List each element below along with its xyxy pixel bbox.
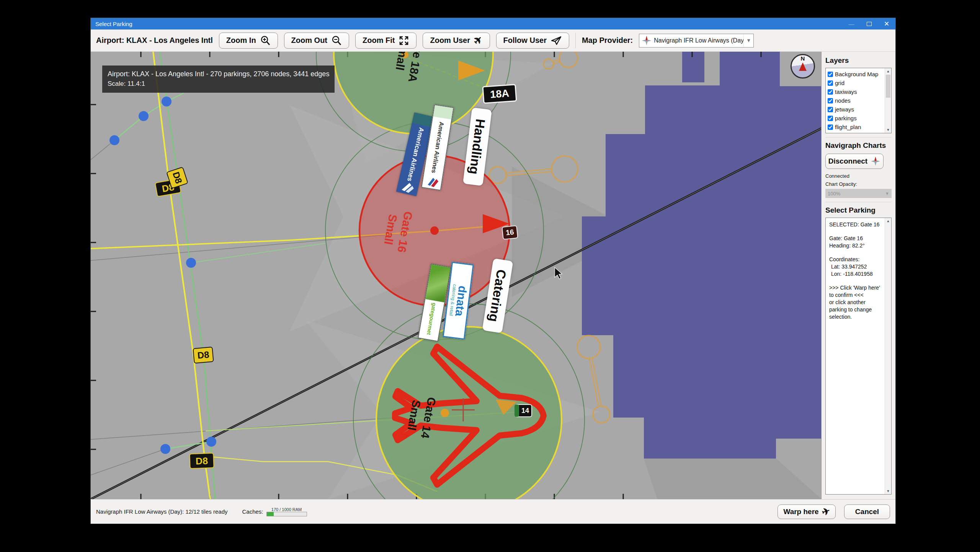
cancel-label: Cancel	[855, 508, 879, 516]
jet-icon: ✈	[820, 506, 831, 517]
warp-here-label: Warp here	[783, 508, 818, 516]
banner-text: gategourmet	[426, 302, 437, 335]
layer-checkbox[interactable]	[828, 124, 833, 130]
disconnect-label: Disconnect	[828, 157, 867, 165]
airport-label: Airport: KLAX - Los Angeles Intl	[96, 36, 213, 45]
main-area: Gate 18ASmall Gate 16Small Gate 14Small …	[91, 52, 895, 499]
paper-plane-icon	[550, 35, 562, 46]
caches-progress-fill	[267, 512, 274, 516]
terminal-building-block	[682, 52, 704, 82]
scroll-up-icon[interactable]: ▲	[885, 68, 891, 74]
zoom-in-button[interactable]: Zoom In	[219, 33, 278, 49]
right-panel: Layers Background Map grid taxiways node…	[822, 52, 895, 499]
scroll-down-icon[interactable]: ▼	[885, 127, 891, 133]
zoom-out-button[interactable]: Zoom Out	[284, 33, 349, 49]
map-info-overlay: Airport: KLAX - Los Angeles Intl - 270 p…	[102, 66, 335, 93]
gate-sign-14: 14	[514, 404, 532, 417]
orange-node	[441, 409, 449, 417]
map-provider-label: Map Provider:	[582, 36, 633, 45]
layer-item-parkings[interactable]: parkings	[828, 114, 884, 123]
chart-opacity-control[interactable]: 100% ▼	[825, 189, 892, 198]
scroll-up-icon[interactable]: ▲	[885, 218, 891, 224]
layer-item-flight-plan[interactable]: flight_plan	[828, 123, 884, 131]
caches-indicator: Caches: 170 / 1000 RAM	[242, 507, 307, 516]
layers-scrollbar[interactable]: ▲ ▼	[885, 68, 891, 133]
panel-divider	[825, 137, 892, 138]
screen: Select Parking — ✕ Airport: KLAX - Los A…	[0, 0, 980, 552]
parking-details-box: SELECTED: Gate 16 Gate: Gate 16 Heading:…	[825, 218, 892, 495]
map-info-scale: Scale: 11.4:1	[108, 79, 329, 89]
zoom-in-label: Zoom In	[226, 36, 256, 45]
taxiway-yellow-line	[153, 52, 210, 499]
map-info-line1: Airport: KLAX - Los Angeles Intl - 270 p…	[108, 69, 329, 79]
layer-checkbox[interactable]	[828, 107, 833, 112]
chart-opacity-value: 100%	[828, 191, 840, 197]
title-bar[interactable]: Select Parking — ✕	[91, 18, 895, 29]
taxi-sign-d8: D8	[189, 453, 214, 469]
warp-here-button[interactable]: Warp here ✈	[777, 504, 836, 519]
caches-progress-bar	[266, 512, 307, 516]
layer-checkbox[interactable]	[828, 116, 833, 121]
longitude-line: Lon: -118.401958	[829, 270, 881, 278]
parking-details-scrollbar[interactable]: ▲ ▼	[885, 218, 891, 494]
chevron-down-icon[interactable]: ▼	[743, 34, 753, 47]
select-parking-heading: Select Parking	[825, 206, 892, 215]
maximize-icon	[867, 22, 872, 26]
caches-value: 170 / 1000 RAM	[271, 507, 302, 512]
gate-line: Gate: Gate 16	[829, 235, 881, 242]
gate16-center-dot	[430, 226, 439, 235]
banner-text: American Airlines	[430, 121, 445, 174]
compass-needle-icon	[799, 62, 807, 71]
map-provider-value: Navigraph IFR Low Airways (Day)	[654, 37, 743, 44]
layer-item-jetways[interactable]: jetways	[828, 105, 884, 114]
layer-item-nodes[interactable]: nodes	[828, 96, 884, 105]
disconnect-button[interactable]: Disconnect	[825, 154, 884, 169]
layer-checkbox[interactable]	[828, 98, 833, 103]
layer-checkbox[interactable]	[828, 80, 833, 86]
panel-divider	[825, 202, 892, 202]
layer-checkbox[interactable]	[828, 72, 833, 77]
minimize-button[interactable]: —	[843, 18, 860, 29]
chart-opacity-label: Chart Opacity:	[825, 181, 892, 187]
taxiway-green-line	[160, 52, 215, 499]
banner-header	[433, 105, 453, 120]
select-parking-window: Select Parking — ✕ Airport: KLAX - Los A…	[91, 18, 895, 524]
layers-heading: Layers	[825, 56, 892, 65]
airplane-icon: ✈	[472, 34, 485, 47]
layer-checkbox[interactable]	[828, 89, 833, 95]
close-button[interactable]: ✕	[878, 18, 895, 29]
zoom-fit-button[interactable]: Zoom Fit	[355, 33, 416, 49]
chevron-down-icon: ▼	[885, 191, 889, 196]
aa-eagle-icon	[400, 180, 416, 194]
cancel-button[interactable]: Cancel	[844, 504, 890, 519]
status-bar: Navigraph IFR Low Airways (Day): 12/12 t…	[91, 499, 895, 524]
selected-parking-line: SELECTED: Gate 16	[829, 221, 881, 228]
map-provider-select[interactable]: Navigraph IFR Low Airways (Day) ▼	[639, 34, 754, 48]
gate-sign-16: 16	[501, 225, 518, 240]
close-icon: ✕	[884, 20, 889, 28]
follow-user-label: Follow User	[503, 36, 547, 45]
scrollbar-thumb[interactable]	[886, 75, 890, 98]
change-instruction: or click another parking to change selec…	[829, 299, 881, 321]
layer-item-taxiways[interactable]: taxiways	[828, 87, 884, 96]
zoom-out-label: Zoom Out	[291, 36, 327, 45]
latitude-line: Lat: 33.947252	[829, 263, 881, 270]
minimize-icon: —	[849, 21, 854, 27]
zoom-fit-label: Zoom Fit	[363, 36, 395, 45]
navigraph-charts-heading: Navigraph Charts	[825, 141, 892, 150]
taxi-nodes	[109, 97, 216, 454]
coordinates-label: Coordinates:	[829, 256, 881, 263]
expand-arrows-icon	[399, 35, 409, 46]
aa-flight-symbol-icon	[425, 175, 440, 188]
layer-item-background-map[interactable]: Background Map	[828, 70, 884, 79]
compass-north-label: N	[801, 56, 805, 62]
layer-item-grid[interactable]: grid	[828, 79, 884, 87]
airport-map[interactable]: Gate 18ASmall Gate 16Small Gate 14Small …	[91, 52, 822, 499]
zoom-user-button[interactable]: Zoom User ✈	[423, 33, 490, 49]
maximize-button[interactable]	[860, 18, 878, 29]
follow-user-button[interactable]: Follow User	[496, 33, 569, 49]
zoom-user-label: Zoom User	[430, 36, 470, 45]
navigraph-star-icon	[871, 156, 880, 166]
window-title: Select Parking	[91, 21, 843, 27]
scroll-down-icon[interactable]: ▼	[885, 488, 891, 494]
